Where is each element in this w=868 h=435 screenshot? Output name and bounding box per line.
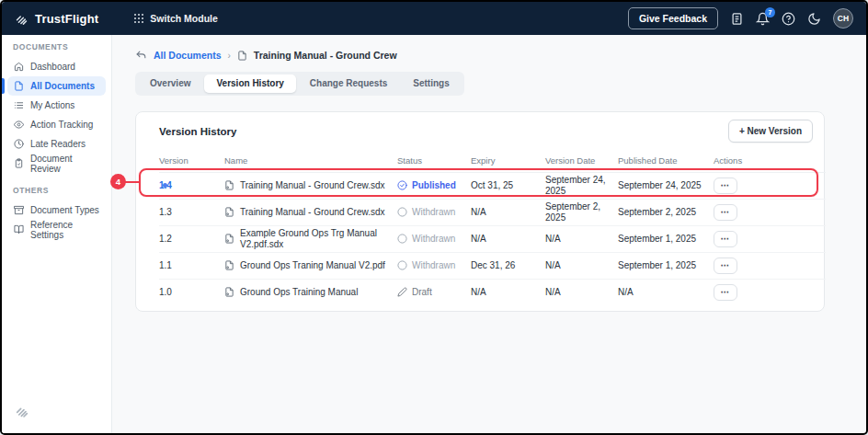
status-badge: Published [412, 180, 456, 191]
column-header-expiry: Expiry [471, 150, 545, 172]
sidebar-item-label: My Actions [30, 100, 74, 110]
row-actions-button[interactable]: ⋯ [714, 258, 737, 274]
status-badge: Draft [412, 287, 432, 298]
row-actions-button[interactable]: ⋯ [714, 284, 737, 301]
sidebar-item-all-documents[interactable]: All Documents [7, 76, 106, 96]
column-header-version-date: Version Date [545, 150, 618, 172]
expiry-value: N/A [471, 199, 545, 225]
sidebar-section-documents: DOCUMENTS [7, 40, 106, 53]
status-badge: Withdrawn [412, 234, 455, 245]
column-header-actions: Actions [714, 150, 826, 172]
sidebar-item-label: Reference Settings [30, 220, 99, 240]
version-name: Ground Ops Traning Manual V2.pdf [240, 260, 385, 271]
column-header-name: Name [224, 150, 397, 172]
table-row: 1.3 Training Manual - Ground Crew.sdx Wi… [159, 199, 826, 225]
trustflight-logo-mark [15, 404, 106, 422]
document-icon [224, 234, 234, 244]
avatar[interactable]: CH [833, 8, 853, 29]
sidebar-item-my-actions[interactable]: My Actions [7, 96, 106, 115]
document-icon [224, 180, 234, 190]
check-circle-icon [397, 180, 407, 190]
switch-module-label: Switch Module [150, 13, 218, 24]
sidebar-item-label: Document Review [30, 154, 99, 174]
clock-icon [14, 139, 24, 149]
version-value: 1.0 [159, 287, 172, 297]
ellipsis-icon: ⋯ [721, 208, 731, 217]
version-date-value: September 24, 2025 [545, 172, 618, 199]
version-value: 1.2 [159, 234, 172, 244]
document-icon [224, 260, 234, 270]
sidebar-item-document-review[interactable]: Document Review [7, 154, 106, 173]
version-date-value: N/A [545, 252, 618, 279]
version-value: 1.3 [159, 207, 172, 217]
card-title: Version History [159, 126, 236, 137]
table-row: 1.1 Ground Ops Traning Manual V2.pdf Wit… [159, 252, 826, 279]
status-badge: Withdrawn [412, 207, 455, 218]
tab-change-requests[interactable]: Change Requests [298, 74, 399, 93]
column-header-version: Version [159, 150, 224, 172]
version-date-value: N/A [545, 225, 618, 252]
breadcrumb-separator: › [228, 51, 231, 61]
breadcrumb-current: Training Manual - Ground Crew [254, 50, 397, 61]
tab-settings[interactable]: Settings [401, 74, 461, 93]
breadcrumb-all-documents-link[interactable]: All Documents [154, 50, 222, 61]
back-icon[interactable] [135, 50, 147, 62]
sidebar-section-others: OTHERS [7, 184, 106, 197]
annotation-connector-line [124, 181, 140, 183]
table-header-row: Version Name Status Expiry Version Date … [159, 150, 826, 172]
row-actions-button[interactable]: ⋯ [714, 231, 737, 247]
expiry-value: N/A [471, 225, 545, 252]
expiry-value: Oct 31, 25 [471, 172, 545, 199]
version-history-card: Version History + New Version Version Na… [135, 111, 825, 312]
notifications-button[interactable]: 7 [756, 12, 770, 26]
grid-icon [133, 13, 144, 24]
dark-mode-icon[interactable] [807, 12, 821, 26]
sidebar-item-action-tracking[interactable]: Action Tracking [7, 115, 106, 134]
tab-bar: Overview Version History Change Requests… [135, 72, 464, 96]
brand-name: TrustFlight [35, 12, 98, 26]
table-row: 1.4 Training Manual - Ground Crew.sdx Pu… [159, 172, 826, 199]
sidebar-item-document-types[interactable]: Document Types [7, 200, 106, 220]
sidebar-item-label: Dashboard [30, 62, 75, 72]
document-icon [224, 207, 234, 217]
sidebar: DOCUMENTS Dashboard All Documents My Act… [2, 35, 112, 435]
brand: TrustFlight [15, 12, 98, 26]
published-date-value: September 2, 2025 [618, 199, 714, 225]
version-date-value: N/A [545, 279, 618, 305]
eye-icon [14, 120, 24, 130]
sidebar-item-dashboard[interactable]: Dashboard [7, 57, 106, 76]
circle-icon [397, 260, 407, 270]
sidebar-item-late-readers[interactable]: Late Readers [7, 134, 106, 154]
document-icon [224, 287, 234, 297]
published-date-value: September 1, 2025 [618, 225, 714, 252]
status-badge: Withdrawn [412, 260, 455, 271]
home-icon [14, 62, 24, 72]
new-version-button[interactable]: + New Version [728, 120, 813, 143]
book-icon [14, 224, 24, 235]
pencil-icon [397, 287, 407, 297]
list-icon [14, 100, 24, 110]
notification-count-badge: 7 [765, 7, 775, 17]
sidebar-item-reference-settings[interactable]: Reference Settings [7, 220, 106, 239]
give-feedback-button[interactable]: Give Feedback [628, 7, 718, 29]
version-value: 1.1 [159, 260, 172, 270]
expiry-value: Dec 31, 26 [471, 252, 545, 279]
main-content: All Documents › Training Manual - Ground… [112, 35, 866, 435]
help-icon[interactable] [782, 12, 795, 26]
row-actions-button[interactable]: ⋯ [714, 204, 737, 221]
table-row: 1.0 Ground Ops Training Manual Draft N/A… [159, 279, 826, 305]
tab-overview[interactable]: Overview [138, 74, 202, 93]
app-window: TrustFlight Switch Module Give Feedback … [0, 0, 868, 435]
ellipsis-icon: ⋯ [721, 235, 731, 244]
annotation-step-badge: 4 [110, 174, 126, 189]
sidebar-item-label: All Documents [30, 81, 95, 91]
column-header-status: Status [397, 150, 471, 172]
release-notes-icon[interactable] [730, 12, 744, 26]
version-name: Ground Ops Training Manual [240, 287, 358, 298]
tab-version-history[interactable]: Version History [204, 74, 295, 93]
published-date-value: September 1, 2025 [618, 252, 714, 279]
switch-module-button[interactable]: Switch Module [133, 13, 218, 24]
row-actions-button[interactable]: ⋯ [714, 177, 737, 194]
version-table: Version Name Status Expiry Version Date … [159, 150, 826, 305]
table-row: 1.2 Example Ground Ops Trg Manual V2.pdf… [159, 225, 826, 252]
